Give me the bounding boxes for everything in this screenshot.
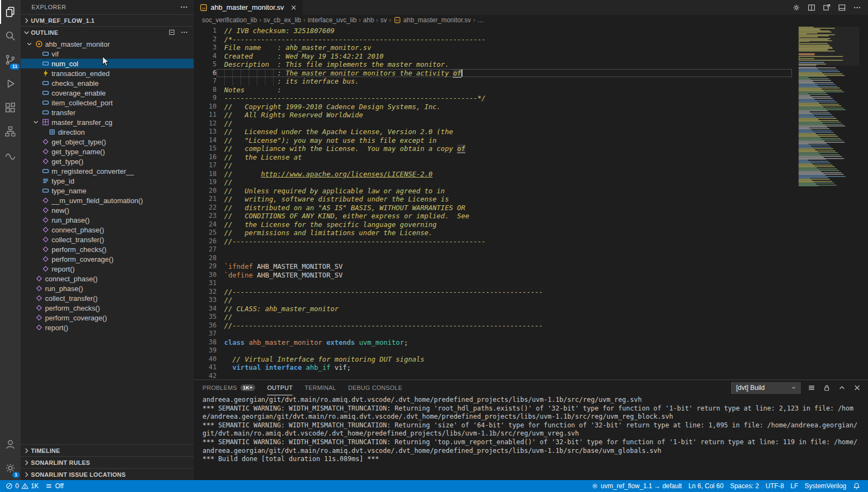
code-line-11[interactable]: 11// All Rights Reserved Worldwide [194,111,792,119]
code-line-36[interactable]: 36//------------------------------------… [194,321,792,330]
code-line-12[interactable]: 12// [194,119,792,128]
breadcrumb-item-soc-verification-lib[interactable]: soc_verification_lib [202,16,257,24]
code-line-27[interactable]: 27 [194,245,792,254]
section-outline[interactable]: OUTLINE [21,26,194,38]
outline-item-report[interactable]: report() [21,264,194,274]
outline-item-run-phase[interactable]: run_phase() [21,215,194,225]
outline-item-get-type[interactable]: get_type() [21,156,194,166]
outline-item-perform-checks[interactable]: perform_checks() [21,244,194,254]
code-line-19[interactable]: 19// [194,178,792,187]
outline-item-checks-enable[interactable]: checks_enable [21,78,194,88]
code-line-4[interactable]: 4Created : Wed May 19 15:42:21 2010 [194,52,792,61]
breadcrumb-item-sv[interactable]: sv [381,16,387,24]
outline-item-m-uvm-field-automation[interactable]: __m_uvm_field_automation() [21,195,194,205]
code-line-7[interactable]: 7 : its interface bus. [194,77,792,86]
code-line-17[interactable]: 17// [194,161,792,170]
maximize-panel-icon[interactable] [838,383,846,392]
status-cursor-position[interactable]: Ln 6, Col 60 [685,480,727,492]
section-workspace-folder[interactable]: UVM_REF_FLOW_1.1 [21,14,194,26]
close-tab-icon[interactable] [290,4,297,11]
code-line-28[interactable]: 28 [194,254,792,263]
activity-bar-account[interactable] [0,432,21,456]
code-line-2[interactable]: 2/*-------------------------------------… [194,35,792,44]
outline-item-perform-coverage[interactable]: perform_coverage() [21,313,194,323]
activity-bar-extensions[interactable] [0,96,21,119]
code-line-5[interactable]: 5Description : This file implements the … [194,60,792,69]
outline-item-type-id[interactable]: type_id [21,176,194,186]
outline-item-get-type-name[interactable]: get_type_name() [21,147,194,156]
code-line-1[interactable]: 1// IVB checksum: 3251807609 [194,27,792,35]
activity-bar-sonarlint[interactable] [0,143,21,167]
code-line-41[interactable]: 41 virtual interface ahb_if vif; [194,363,792,372]
outline-item-item-collected-port[interactable]: item_collected_port [21,98,194,108]
close-panel-icon[interactable] [853,383,861,392]
code-line-10[interactable]: 10// Copyright 1999-2010 Cadence Design … [194,103,792,111]
code-line-40[interactable]: 40 // Virtual Interface for monitoring D… [194,355,792,364]
code-line-16[interactable]: 16// the License at [194,153,792,162]
code-line-31[interactable]: 31 [194,279,792,288]
code-line-37[interactable]: 37 [194,330,792,338]
outline-item-connect-phase[interactable]: connect_phase() [21,274,194,283]
status-indentation[interactable]: Spaces: 2 [727,480,762,492]
outline-item-collect-transfer[interactable]: collect_transfer() [21,293,194,303]
outline-item-collect-transfer[interactable]: collect_transfer() [21,235,194,244]
panel-tab-output[interactable]: OUTPUT [267,380,293,395]
collapse-all-icon[interactable] [168,28,176,36]
code-line-22[interactable]: 22// distributed on an "AS IS" BASIS, WI… [194,204,792,212]
code-line-23[interactable]: 23// CONDITIONS OF ANY KIND, either expr… [194,212,792,220]
section-sonarlint-issue-locations[interactable]: SONARLINT ISSUE LOCATIONS [21,468,194,480]
status-eol[interactable]: LF [787,480,801,492]
breadcrumb-item-ahb[interactable]: ahb [363,16,374,24]
breadcrumb-item-interface-uvc-lib[interactable]: interface_uvc_lib [308,16,357,24]
open-preview-icon[interactable] [822,3,831,12]
outline-item-new[interactable]: new() [21,205,194,215]
more-actions-icon[interactable] [853,3,861,12]
code-line-8[interactable]: 8Notes : [194,86,792,94]
outline-item-get-object-type[interactable]: get_object_type() [21,137,194,147]
code-content[interactable]: 1// IVB checksum: 32518076092/*---------… [194,26,792,380]
activity-bar-run-debug[interactable] [0,72,21,96]
code-line-38[interactable]: 38class ahb_master_monitor extends uvm_m… [194,338,792,347]
code-line-18[interactable]: 18// http://www.apache.org/licenses/LICE… [194,170,792,179]
outline-item-transfer[interactable]: transfer [21,108,194,117]
code-line-32[interactable]: 32//------------------------------------… [194,288,792,297]
lock-scroll-icon[interactable] [822,383,831,392]
code-line-34[interactable]: 34// CLASS: ahb_master_monitor [194,305,792,313]
code-line-6[interactable]: 6 : The master monitor monitors the acti… [194,69,792,78]
code-line-24[interactable]: 24// the License for the specific langua… [194,220,792,229]
code-line-9[interactable]: 9---------------------------------------… [194,94,792,103]
code-line-26[interactable]: 26//------------------------------------… [194,237,792,246]
outline-item-type-name[interactable]: type_name [21,186,194,195]
code-line-39[interactable]: 39 [194,346,792,355]
section-timeline[interactable]: TIMELINE [21,444,194,456]
code-line-14[interactable]: 14// "License"); you may not use this fi… [194,136,792,145]
status-notifications[interactable] [850,480,864,492]
output-log[interactable]: andreea.georgian/git/dvt.main/ro.amiq.dv… [194,395,868,480]
settings-gear-icon[interactable] [792,3,801,12]
outline-item-num-col[interactable]: num_col [21,59,194,68]
status-dvt-power[interactable]: Off [42,480,67,492]
code-line-29[interactable]: 29`ifndef AHB_MASTER_MONITOR_SV [194,262,792,271]
panel-tab-problems[interactable]: PROBLEMS1K+ [202,380,255,395]
outline-item-coverage-enable[interactable]: coverage_enable [21,88,194,98]
status-build-config[interactable]: uvm_ref_flow_1.1 → default [588,480,685,492]
output-channel-select[interactable]: [dvt] Build [731,382,801,394]
breadcrumb-item-ahb-master-monitor-sv[interactable]: ahb_master_monitor.sv [394,16,471,24]
tab-ahb-master-monitor-sv[interactable]: ahb_master_monitor.sv [194,0,303,15]
breadcrumb-item-[interactable]: … [478,16,484,24]
code-line-35[interactable]: 35// [194,313,792,321]
outline-item-ahb-master-monitor[interactable]: ahb_master_monitor [21,39,194,49]
minimap[interactable] [799,27,853,380]
outline-item-report[interactable]: report() [21,323,194,332]
code-line-3[interactable]: 3File name : ahb_master_monitor.sv [194,43,792,52]
outline-item-run-phase[interactable]: run_phase() [21,283,194,293]
code-line-42[interactable]: 42 [194,372,792,380]
outline-item-direction[interactable]: direction [21,127,194,137]
outline-item-vif[interactable]: vif [21,49,194,59]
outline-item-transaction-ended[interactable]: transaction_ended [21,68,194,78]
more-actions-icon[interactable] [180,3,188,11]
activity-bar-settings[interactable]: 1 [0,456,21,480]
status-problems[interactable]: 01K [2,480,42,492]
outline-item-m-registered-converter[interactable]: m_registered_converter__ [21,166,194,176]
code-line-33[interactable]: 33// [194,296,792,305]
